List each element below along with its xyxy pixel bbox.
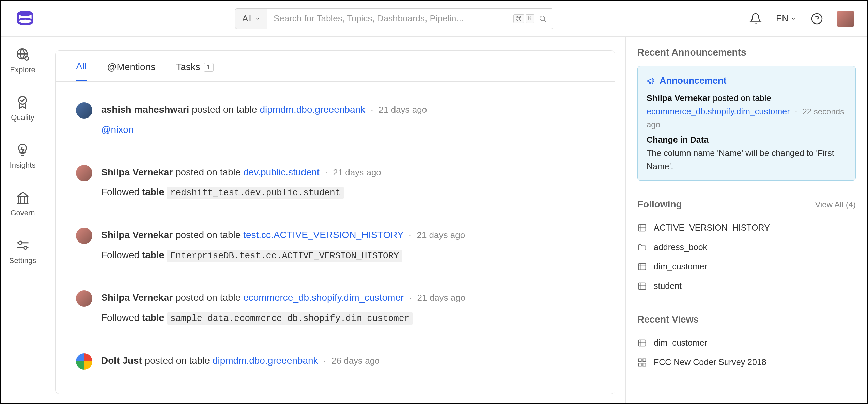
- table-path-chip: EnterpriseDB.test.cc.ACTIVE_VERSION_HIST…: [167, 250, 402, 262]
- following-item-label: address_book: [654, 242, 707, 252]
- feed-summary: Shilpa Vernekar posted on table ecommerc…: [101, 290, 594, 306]
- sidebar-item-settings[interactable]: Settings: [9, 238, 36, 265]
- tasks-count-badge: 1: [204, 63, 214, 72]
- mention-link[interactable]: @nixon: [101, 122, 594, 138]
- feed-avatar[interactable]: [76, 228, 92, 244]
- following-item-label: dim_customer: [654, 262, 707, 271]
- feed-target-link[interactable]: dev.public.student: [243, 167, 320, 177]
- header: All Search for Tables, Topics, Dashboard…: [1, 1, 867, 37]
- feed-time: 21 days ago: [417, 293, 466, 303]
- filter-label: All: [242, 13, 252, 24]
- feed-item: Shilpa Vernekar posted on table ecommerc…: [76, 277, 594, 339]
- help-icon[interactable]: [811, 13, 823, 25]
- feed-time: 26 days ago: [331, 356, 380, 366]
- feed-target-link[interactable]: ecommerce_db.shopify.dim_customer: [243, 292, 404, 303]
- feed-body: Followed table redshift_test.dev.public.…: [101, 185, 594, 200]
- tab-all[interactable]: All: [76, 61, 87, 81]
- language-selector[interactable]: EN: [776, 13, 796, 24]
- folder-icon: [637, 243, 647, 252]
- announcement-summary: Shilpa Vernekar posted on table ecommerc…: [647, 92, 847, 131]
- feed-target-link[interactable]: dipmdm.dbo.greeenbank: [260, 104, 365, 115]
- sidebar-item-govern[interactable]: Govern: [10, 190, 35, 217]
- feed-avatar[interactable]: [76, 290, 92, 307]
- globe-search-icon: [15, 47, 30, 62]
- sliders-icon: [15, 238, 30, 253]
- feed-item: ashish maheshwari posted on table dipmdm…: [76, 89, 594, 151]
- table-icon: [637, 223, 647, 233]
- announcement-header: Announcement: [647, 74, 847, 88]
- notifications-icon[interactable]: [749, 13, 762, 25]
- sidebar-item-label: Insights: [10, 161, 36, 170]
- table-icon: [637, 338, 647, 348]
- search-filter-dropdown[interactable]: All: [235, 8, 267, 29]
- svg-point-13: [24, 246, 27, 249]
- svg-rect-14: [639, 225, 646, 231]
- feed-time: 21 days ago: [417, 230, 465, 240]
- sidebar-item-explore[interactable]: Explore: [10, 47, 35, 74]
- search-placeholder: Search for Tables, Topics, Dashboards, P…: [274, 13, 509, 24]
- svg-point-2: [540, 16, 545, 21]
- table-icon: [637, 281, 647, 291]
- feed-summary: DoIt Just posted on table dipmdm.dbo.gre…: [101, 353, 594, 369]
- feed-item: DoIt Just posted on table dipmdm.dbo.gre…: [76, 340, 594, 387]
- feed-avatar[interactable]: [76, 165, 92, 181]
- recent-view-item[interactable]: dim_customer: [637, 333, 856, 353]
- feed-card: All @Mentions Tasks 1 ashish maheshwari …: [55, 50, 615, 394]
- keyboard-shortcut: ⌘K: [513, 14, 534, 23]
- feed-target-link[interactable]: dipmdm.dbo.greeenbank: [213, 355, 318, 366]
- feed-user[interactable]: Shilpa Vernekar: [101, 167, 173, 177]
- user-avatar[interactable]: [837, 11, 854, 27]
- sidebar-item-insights[interactable]: Insights: [10, 142, 36, 170]
- announcement-title: Change in Data: [647, 133, 847, 146]
- recent-view-item[interactable]: FCC New Coder Survey 2018: [637, 353, 856, 372]
- following-item-label: student: [654, 281, 682, 291]
- following-item[interactable]: student: [637, 276, 856, 296]
- header-right: EN: [749, 11, 854, 27]
- svg-rect-28: [639, 363, 641, 366]
- tab-mentions[interactable]: @Mentions: [107, 61, 155, 81]
- svg-point-0: [18, 11, 33, 16]
- feed-item: Shilpa Vernekar posted on table test.cc.…: [76, 214, 594, 277]
- sidebar-item-quality[interactable]: Quality: [11, 95, 34, 122]
- feed-item: Shilpa Vernekar posted on table dev.publ…: [76, 151, 594, 214]
- feed-time: 21 days ago: [333, 167, 381, 177]
- chevron-down-icon: [790, 16, 796, 22]
- recent-view-label: FCC New Coder Survey 2018: [654, 357, 766, 367]
- svg-rect-17: [639, 264, 646, 270]
- feed-target-link[interactable]: test.cc.ACTIVE_VERSION_HISTORY: [243, 230, 403, 240]
- announcement-card[interactable]: Announcement Shilpa Vernekar posted on t…: [637, 66, 856, 181]
- feed-avatar[interactable]: [76, 102, 92, 119]
- feed-summary: ashish maheshwari posted on table dipmdm…: [101, 102, 594, 118]
- view-all-following[interactable]: View All (4): [815, 200, 856, 209]
- feed-user[interactable]: Shilpa Vernekar: [101, 230, 173, 240]
- tab-tasks[interactable]: Tasks 1: [176, 61, 214, 81]
- svg-rect-26: [639, 359, 641, 361]
- following-item-label: ACTIVE_VERSION_HISTORY: [654, 223, 770, 233]
- recent-views-title: Recent Views: [637, 314, 856, 325]
- announcements-title: Recent Announcements: [637, 47, 856, 58]
- feed-user[interactable]: Shilpa Vernekar: [101, 292, 173, 303]
- table-icon: [637, 262, 647, 271]
- feed-summary: Shilpa Vernekar posted on table dev.publ…: [101, 165, 594, 180]
- following-item[interactable]: dim_customer: [637, 257, 856, 276]
- government-icon: [15, 190, 30, 205]
- svg-line-8: [28, 60, 28, 60]
- following-item[interactable]: ACTIVE_VERSION_HISTORY: [637, 218, 856, 237]
- svg-rect-29: [643, 363, 646, 366]
- sidebar-item-label: Govern: [10, 208, 35, 217]
- announcement-target-link[interactable]: ecommerce_db.shopify.dim_customer: [647, 107, 790, 116]
- app-logo[interactable]: [14, 8, 36, 30]
- feed-user[interactable]: DoIt Just: [101, 355, 142, 366]
- svg-rect-27: [643, 359, 646, 361]
- sidebar-item-label: Settings: [9, 256, 36, 265]
- following-item[interactable]: address_book: [637, 237, 856, 257]
- sidebar-item-label: Quality: [11, 113, 34, 122]
- megaphone-icon: [647, 77, 655, 86]
- feed-tabs: All @Mentions Tasks 1: [56, 51, 615, 82]
- recent-view-label: dim_customer: [654, 338, 707, 348]
- announcement-body: The column name 'Name' will be changed t…: [647, 146, 847, 173]
- feed-avatar[interactable]: [76, 353, 92, 370]
- feed-body: Followed table EnterpriseDB.test.cc.ACTI…: [101, 248, 594, 263]
- feed-user[interactable]: ashish maheshwari: [101, 104, 189, 115]
- search-input[interactable]: Search for Tables, Topics, Dashboards, P…: [267, 8, 553, 29]
